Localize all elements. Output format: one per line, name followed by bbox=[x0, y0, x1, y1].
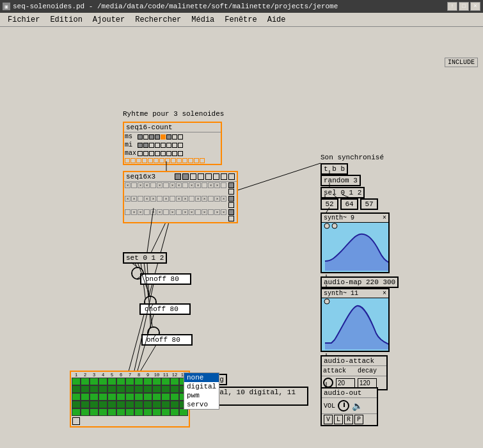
ch-P[interactable]: P bbox=[354, 415, 363, 424]
seq16x3-btn5[interactable] bbox=[205, 173, 212, 180]
dropdown-pwm[interactable]: pwm bbox=[184, 391, 219, 400]
num-57[interactable]: 57 bbox=[360, 198, 378, 210]
seq-cell[interactable] bbox=[148, 158, 153, 163]
vol-small[interactable]: V bbox=[324, 415, 333, 424]
pin[interactable] bbox=[143, 408, 152, 416]
pin[interactable] bbox=[152, 393, 161, 401]
pin[interactable] bbox=[134, 378, 143, 385]
pin[interactable] bbox=[107, 378, 116, 385]
seq-cell[interactable] bbox=[138, 151, 143, 156]
pin[interactable] bbox=[161, 385, 170, 393]
seq-cell[interactable] bbox=[155, 151, 160, 156]
pin[interactable] bbox=[134, 408, 143, 416]
pin[interactable] bbox=[161, 401, 170, 408]
seq16x3-btn4[interactable] bbox=[198, 173, 204, 180]
seq-cell[interactable] bbox=[149, 143, 154, 148]
pin[interactable] bbox=[143, 393, 152, 401]
pin[interactable] bbox=[81, 385, 90, 393]
window-controls[interactable]: ↑ □ × bbox=[447, 2, 480, 11]
seq-cell[interactable] bbox=[131, 158, 136, 163]
pin[interactable] bbox=[125, 401, 134, 408]
num-52[interactable]: 52 bbox=[321, 198, 338, 210]
seq-cell[interactable] bbox=[161, 143, 166, 148]
pin[interactable] bbox=[107, 393, 116, 401]
seq-cell[interactable] bbox=[138, 134, 143, 140]
seq-cell[interactable] bbox=[125, 158, 130, 163]
sel-object[interactable]: sel 0 1 2 bbox=[321, 187, 365, 198]
synth9-close[interactable]: × bbox=[383, 214, 386, 221]
pin[interactable] bbox=[152, 378, 161, 385]
pin[interactable] bbox=[143, 385, 152, 393]
pin[interactable] bbox=[107, 408, 116, 416]
seq-cell[interactable] bbox=[143, 151, 148, 156]
menu-fenetre[interactable]: Fenêtre bbox=[219, 14, 262, 26]
pin[interactable] bbox=[72, 401, 81, 408]
pin[interactable] bbox=[107, 385, 116, 393]
seq-cell[interactable] bbox=[166, 143, 171, 148]
pin[interactable] bbox=[99, 385, 107, 393]
seq-cell[interactable] bbox=[149, 151, 154, 156]
menu-aide[interactable]: Aide bbox=[262, 14, 291, 26]
pin[interactable] bbox=[72, 393, 81, 401]
synth11-close[interactable]: × bbox=[383, 290, 386, 297]
pin[interactable] bbox=[72, 385, 81, 393]
seq-cell[interactable] bbox=[161, 134, 166, 140]
seq-cell[interactable] bbox=[136, 158, 141, 163]
pin[interactable] bbox=[99, 408, 107, 416]
tbb-object[interactable]: t b b bbox=[321, 163, 348, 175]
seq16-count-object[interactable]: seq16-count ms mi bbox=[123, 122, 222, 165]
seq-cell[interactable] bbox=[161, 151, 166, 156]
seq-cell[interactable] bbox=[178, 134, 183, 140]
pin[interactable] bbox=[116, 385, 125, 393]
pin[interactable] bbox=[107, 401, 116, 408]
audio-out-object[interactable]: audio-out VOL 🔈 V L R P bbox=[321, 387, 378, 426]
arduino-area[interactable]: 1 2 3 4 5 6 7 8 9 10 11 12 13 bbox=[70, 371, 190, 428]
menu-fichier[interactable]: Fichier bbox=[3, 14, 45, 26]
small-toggle[interactable] bbox=[71, 416, 189, 426]
pin[interactable] bbox=[134, 401, 143, 408]
seq-cell[interactable] bbox=[154, 158, 159, 163]
decay-value[interactable] bbox=[358, 378, 377, 388]
pin-type-dropdown[interactable]: none digital pwm servo bbox=[184, 372, 219, 410]
pin[interactable] bbox=[90, 385, 99, 393]
seq-cell[interactable] bbox=[172, 143, 177, 148]
pin[interactable] bbox=[125, 385, 134, 393]
seq16x3-buttons[interactable] bbox=[175, 173, 235, 180]
close-button[interactable]: × bbox=[470, 2, 480, 11]
seq-cell[interactable] bbox=[143, 134, 148, 140]
dropdown-digital[interactable]: digital bbox=[184, 382, 219, 391]
pin[interactable] bbox=[161, 393, 170, 401]
dropdown-servo[interactable]: servo bbox=[184, 400, 219, 409]
attack-value[interactable] bbox=[336, 378, 355, 388]
seq-cell[interactable] bbox=[166, 134, 171, 140]
pin[interactable] bbox=[143, 401, 152, 408]
pin[interactable] bbox=[81, 393, 90, 401]
ch-R[interactable]: R bbox=[344, 415, 353, 424]
vol-knob[interactable] bbox=[338, 400, 349, 412]
menu-rechercher[interactable]: Rechercher bbox=[130, 14, 186, 26]
row-btn[interactable] bbox=[228, 182, 234, 188]
seq-cell[interactable] bbox=[138, 143, 143, 148]
pin[interactable] bbox=[161, 408, 170, 416]
seq-cell[interactable] bbox=[142, 158, 147, 163]
include-button[interactable]: INCLUDE bbox=[445, 58, 478, 67]
pin[interactable] bbox=[134, 393, 143, 401]
pin[interactable] bbox=[116, 408, 125, 416]
row-btn[interactable] bbox=[228, 202, 234, 208]
seq16x3-btn3[interactable] bbox=[190, 173, 196, 180]
menu-ajouter[interactable]: Ajouter bbox=[88, 14, 130, 26]
pin[interactable] bbox=[72, 378, 81, 385]
synth11-object[interactable]: synth~ 11 × bbox=[321, 288, 390, 352]
pin[interactable] bbox=[90, 393, 99, 401]
seq-cell[interactable] bbox=[159, 158, 164, 163]
seq-cell[interactable] bbox=[172, 134, 177, 140]
pin[interactable] bbox=[152, 401, 161, 408]
seq-cell[interactable] bbox=[178, 151, 183, 156]
seq-cell[interactable] bbox=[178, 143, 183, 148]
pin[interactable] bbox=[99, 393, 107, 401]
seq16x3-btn6[interactable] bbox=[213, 173, 219, 180]
seq16x3-btn2[interactable] bbox=[182, 173, 189, 180]
pin[interactable] bbox=[90, 408, 99, 416]
synth9-object[interactable]: synth~ 9 × bbox=[321, 212, 390, 273]
pin[interactable] bbox=[170, 408, 179, 416]
